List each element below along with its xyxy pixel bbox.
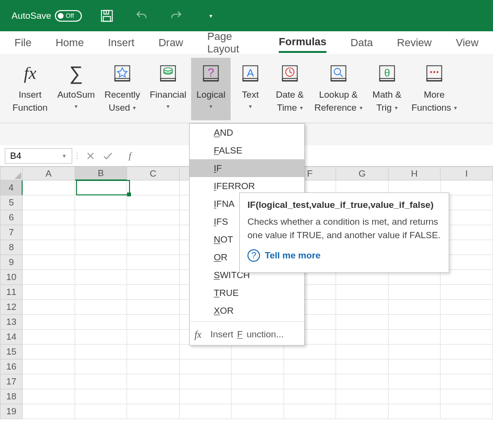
cell[interactable] bbox=[127, 359, 180, 374]
row-header[interactable]: 12 bbox=[0, 300, 23, 315]
cell[interactable] bbox=[180, 374, 232, 389]
column-header[interactable]: A bbox=[23, 166, 75, 180]
row-header[interactable]: 16 bbox=[0, 359, 23, 374]
cell[interactable] bbox=[284, 345, 337, 359]
cell[interactable] bbox=[441, 300, 493, 315]
cell[interactable] bbox=[75, 359, 128, 374]
tab-file[interactable]: File bbox=[14, 34, 31, 52]
cell[interactable] bbox=[336, 345, 389, 359]
cell[interactable] bbox=[389, 389, 441, 404]
cell[interactable] bbox=[232, 389, 284, 404]
financial-button[interactable]: Financial▾ bbox=[145, 58, 191, 120]
row-header[interactable]: 9 bbox=[0, 255, 23, 270]
cell[interactable] bbox=[127, 180, 180, 195]
dropdown-item-false[interactable]: FALSE bbox=[190, 141, 304, 159]
cell[interactable] bbox=[23, 330, 75, 345]
tab-insert[interactable]: Insert bbox=[108, 34, 134, 52]
cell[interactable] bbox=[75, 285, 128, 300]
insert-function-button[interactable]: fx InsertFunction bbox=[8, 58, 52, 120]
cell[interactable] bbox=[336, 389, 389, 404]
cell[interactable] bbox=[284, 374, 337, 389]
cancel-icon[interactable] bbox=[82, 147, 99, 165]
row-header[interactable]: 5 bbox=[0, 195, 23, 210]
cell[interactable] bbox=[389, 359, 441, 374]
row-header[interactable]: 17 bbox=[0, 374, 23, 389]
cell[interactable] bbox=[75, 255, 128, 270]
cell[interactable] bbox=[336, 404, 389, 419]
cell[interactable] bbox=[389, 315, 441, 330]
tab-view[interactable]: View bbox=[456, 34, 479, 52]
cell[interactable] bbox=[389, 285, 441, 300]
cell[interactable] bbox=[75, 180, 128, 195]
cell[interactable] bbox=[180, 359, 232, 374]
cell[interactable] bbox=[23, 285, 75, 300]
cell[interactable] bbox=[75, 374, 128, 389]
cell[interactable] bbox=[180, 389, 232, 404]
row-header[interactable]: 15 bbox=[0, 345, 23, 359]
cell[interactable] bbox=[284, 404, 337, 419]
cell[interactable] bbox=[75, 195, 128, 210]
cell[interactable] bbox=[23, 404, 75, 419]
cell[interactable] bbox=[389, 300, 441, 315]
cell[interactable] bbox=[75, 300, 128, 315]
tab-formulas[interactable]: Formulas bbox=[279, 33, 326, 53]
cell[interactable] bbox=[336, 315, 389, 330]
dropdown-item-and[interactable]: AND bbox=[190, 124, 304, 141]
dropdown-item-if[interactable]: IF bbox=[190, 159, 304, 177]
column-header[interactable]: I bbox=[441, 166, 493, 180]
row-header[interactable]: 14 bbox=[0, 330, 23, 345]
row-header[interactable]: 4 bbox=[0, 180, 23, 195]
fx-formula-icon[interactable]: f bbox=[121, 147, 139, 165]
cell[interactable] bbox=[75, 240, 128, 255]
cell[interactable] bbox=[23, 225, 75, 240]
cell[interactable] bbox=[441, 374, 493, 389]
row-header[interactable]: 13 bbox=[0, 315, 23, 330]
cell[interactable] bbox=[127, 374, 180, 389]
cell[interactable] bbox=[180, 345, 232, 359]
cell[interactable] bbox=[127, 225, 180, 240]
cell[interactable] bbox=[23, 210, 75, 225]
cell[interactable] bbox=[389, 330, 441, 345]
row-header[interactable]: 8 bbox=[0, 240, 23, 255]
cell[interactable] bbox=[180, 404, 232, 419]
cell[interactable] bbox=[75, 389, 128, 404]
cell[interactable] bbox=[441, 404, 493, 419]
cell[interactable] bbox=[232, 374, 284, 389]
tab-home[interactable]: Home bbox=[55, 34, 84, 52]
save-icon[interactable] bbox=[97, 6, 117, 26]
cell[interactable] bbox=[232, 345, 284, 359]
cell[interactable] bbox=[336, 300, 389, 315]
cell[interactable] bbox=[23, 240, 75, 255]
cell[interactable] bbox=[23, 300, 75, 315]
cell[interactable] bbox=[75, 210, 128, 225]
lookup-reference-button[interactable]: Lookup &Reference▾ bbox=[310, 58, 367, 120]
row-header[interactable]: 19 bbox=[0, 404, 23, 419]
math-trig-button[interactable]: θ Math &Trig▾ bbox=[367, 58, 407, 120]
cell[interactable] bbox=[75, 315, 128, 330]
cell[interactable] bbox=[336, 374, 389, 389]
autosave-toggle[interactable]: AutoSave Off bbox=[12, 10, 82, 22]
cell[interactable] bbox=[441, 359, 493, 374]
autosum-button[interactable]: ∑ AutoSum▾ bbox=[52, 58, 100, 120]
cell[interactable] bbox=[23, 195, 75, 210]
cell[interactable] bbox=[23, 270, 75, 285]
row-header[interactable]: 7 bbox=[0, 225, 23, 240]
cell[interactable] bbox=[389, 345, 441, 359]
name-box[interactable]: B4 ▼ bbox=[5, 148, 72, 164]
tab-review[interactable]: Review bbox=[397, 34, 432, 52]
cell[interactable] bbox=[127, 195, 180, 210]
cell[interactable] bbox=[127, 330, 180, 345]
cell[interactable] bbox=[127, 240, 180, 255]
row-header[interactable]: 6 bbox=[0, 210, 23, 225]
cell[interactable] bbox=[336, 359, 389, 374]
cell[interactable] bbox=[127, 255, 180, 270]
logical-button[interactable]: ? Logical▾ bbox=[191, 58, 231, 120]
qat-customize-icon[interactable]: ▾ bbox=[201, 6, 221, 26]
cell[interactable] bbox=[23, 389, 75, 404]
cell[interactable] bbox=[284, 359, 337, 374]
cell[interactable] bbox=[127, 404, 180, 419]
cell[interactable] bbox=[75, 225, 128, 240]
row-header[interactable]: 18 bbox=[0, 389, 23, 404]
cell[interactable] bbox=[389, 404, 441, 419]
dropdown-insert-function[interactable]: fx Insert Function... bbox=[190, 324, 304, 345]
